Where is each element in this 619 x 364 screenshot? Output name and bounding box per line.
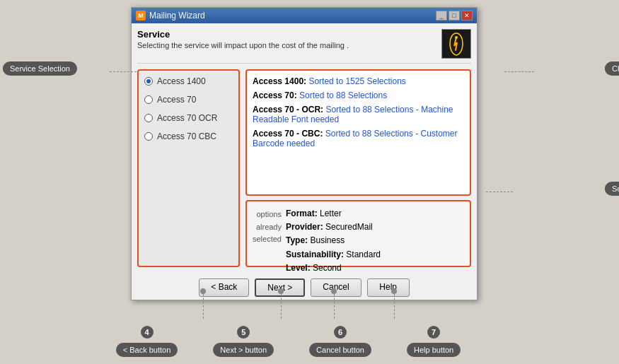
radio-circle-access1400: [144, 77, 153, 86]
vline-4: [203, 294, 204, 319]
annotation-num-6: 6: [334, 326, 347, 339]
format-value: Letter: [320, 209, 342, 218]
bottom-label-6-container: 6 Cancel button: [309, 326, 371, 357]
radio-access70cbc[interactable]: Access 70 CBC: [144, 131, 233, 141]
annotation-next-button: Next > button: [213, 343, 274, 357]
bottom-annotations: 4 < Back button 5 Next > button 6 Cancel…: [0, 326, 619, 357]
vline-7: [394, 294, 395, 319]
info-line-4: Access 70 - CBC: Sorted to 88 Selections…: [253, 129, 464, 148]
window-title: Mailing Wizard: [149, 11, 436, 20]
radio-circle-access70: [144, 95, 153, 104]
section-title: Service: [137, 29, 436, 40]
dashed-line-1: [110, 71, 137, 72]
right-panel: Access 1400: Sorted to 1525 Selections A…: [245, 69, 471, 267]
level-label: Level:: [286, 263, 311, 273]
radio-label-access70ocr: Access 70 OCR: [157, 113, 217, 123]
provider-value: SecuredMail: [325, 222, 373, 232]
info-line-1: Access 1400: Sorted to 1525 Selections: [253, 76, 464, 86]
info-line-3: Access 70 - OCR: Sorted to 88 Selections…: [253, 105, 464, 124]
type-label: Type:: [286, 235, 308, 245]
app-icon: M: [136, 11, 146, 20]
sustainability-label: Sustainability:: [286, 249, 344, 259]
radio-access70ocr[interactable]: Access 70 OCR: [144, 113, 233, 123]
window-controls: _ □ ✕: [436, 11, 473, 20]
window-content: Service Selecting the service will impac…: [132, 23, 477, 300]
info-label-2: Access 70:: [253, 90, 297, 100]
annotation-service-selection-text: Service Selection: [10, 64, 70, 73]
radio-circle-access70cbc: [144, 132, 153, 141]
radio-circle-access70ocr: [144, 114, 153, 122]
annotation-client-area-text: Client area: [612, 64, 619, 73]
annotation-selections-overview: Selections Overview: [605, 182, 619, 196]
service-list-panel: Access 1400 Access 70 Access 70 OCR Acce…: [137, 69, 240, 267]
dot-4: [200, 288, 206, 294]
info-line-2: Access 70: Sorted to 88 Selections: [253, 90, 464, 100]
info-label-4: Access 70 - CBC:: [253, 129, 323, 139]
annotation-client-area: Client area: [605, 61, 619, 76]
header-section: Service Selecting the service will impac…: [137, 29, 471, 64]
dashed-line-3: [486, 192, 513, 192]
annotation-cancel-button: Cancel button: [309, 343, 371, 357]
radio-access70[interactable]: Access 70: [144, 95, 233, 105]
level-value: Second: [313, 263, 342, 273]
vline-5: [281, 294, 282, 319]
sustainability-value: Standard: [346, 249, 381, 259]
options-label: optionsalreadyselected: [253, 207, 282, 260]
service-info-box: Access 1400: Sorted to 1525 Selections A…: [245, 69, 471, 196]
svg-point-0: [455, 36, 458, 39]
section-subtitle: Selecting the service will impact upon t…: [137, 41, 436, 49]
main-window: M Mailing Wizard _ □ ✕ Service Selecting…: [131, 7, 478, 300]
footer-buttons: < Back Next > Cancel Help: [137, 274, 471, 297]
type-value: Business: [310, 235, 345, 245]
body-area: Access 1400 Access 70 Access 70 OCR Acce…: [137, 69, 471, 267]
dot-7: [391, 288, 397, 294]
bottom-label-7-container: 7 Help button: [407, 326, 461, 357]
maximize-button[interactable]: □: [449, 11, 460, 20]
logo-area: [441, 29, 471, 59]
annotation-2: 2 Client area: [605, 62, 618, 75]
annotation-help-button: Help button: [407, 343, 461, 357]
options-values: Format: Letter Provider: SecuredMail Typ…: [286, 207, 381, 260]
annotation-num-5: 5: [237, 326, 250, 339]
info-label-3: Access 70 - OCR:: [253, 105, 323, 115]
dashed-line-2: [504, 71, 534, 72]
next-button[interactable]: Next >: [255, 278, 305, 297]
info-text-1: Sorted to 1525 Selections: [308, 76, 405, 86]
annotation-num-4: 4: [141, 326, 154, 339]
annotation-3: 3 Selections Overview: [605, 182, 618, 195]
selections-overview-box: optionsalreadyselected Format: Letter Pr…: [245, 200, 471, 267]
back-button[interactable]: < Back: [199, 278, 249, 297]
annotation-service-selection: Service Selection: [3, 61, 77, 76]
close-button[interactable]: ✕: [461, 11, 473, 20]
annotation-1: Service Selection 1: [3, 62, 16, 75]
annotation-num-7: 7: [427, 326, 440, 339]
provider-label: Provider:: [286, 222, 323, 232]
cancel-button[interactable]: Cancel: [311, 278, 361, 297]
bottom-label-4-container: 4 < Back button: [116, 326, 178, 357]
annotation-selections-overview-text: Selections Overview: [612, 184, 619, 193]
info-label-1: Access 1400:: [253, 76, 306, 86]
dot-5: [278, 288, 284, 294]
header-text: Service Selecting the service will impac…: [137, 29, 436, 49]
help-button[interactable]: Help: [367, 278, 410, 297]
minimize-button[interactable]: _: [436, 11, 447, 20]
radio-label-access1400: Access 1400: [157, 76, 206, 86]
vline-6: [334, 294, 335, 319]
bottom-label-5-container: 5 Next > button: [213, 326, 274, 357]
radio-access1400[interactable]: Access 1400: [144, 76, 233, 86]
logo-svg: [446, 32, 467, 57]
radio-label-access70cbc: Access 70 CBC: [157, 131, 216, 141]
info-text-2: Sorted to 88 Selections: [299, 90, 387, 100]
title-bar: M Mailing Wizard _ □ ✕: [132, 8, 477, 23]
radio-label-access70: Access 70: [157, 95, 196, 105]
annotation-back-button: < Back button: [116, 343, 178, 357]
format-label: Format:: [286, 209, 318, 218]
dot-6: [331, 288, 337, 294]
